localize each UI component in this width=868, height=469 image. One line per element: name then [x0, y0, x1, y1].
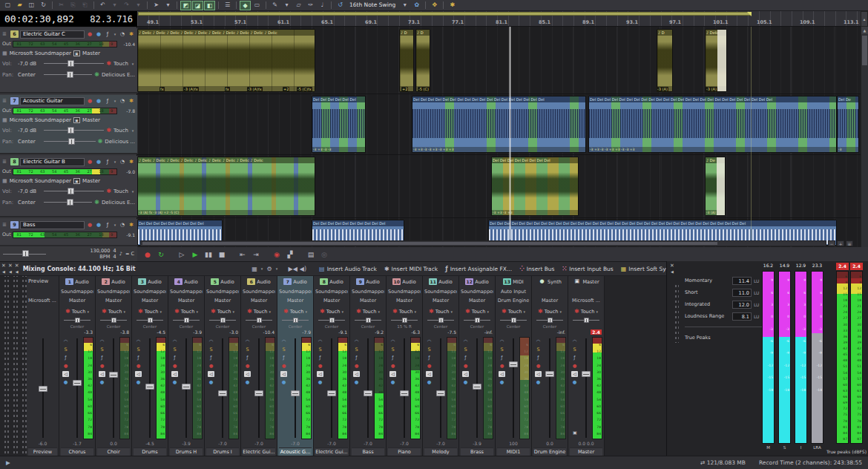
channel-name[interactable]: MIDI1: [497, 447, 530, 456]
separator[interactable]: [177, 1, 177, 9]
automation-mode-label[interactable]: Touch: [545, 309, 559, 315]
wet-dry-icon[interactable]: ◠: [391, 338, 395, 344]
channel-output-label[interactable]: Master: [388, 296, 421, 306]
mute-button[interactable]: ●: [95, 30, 102, 39]
track-name-field[interactable]: Acoustic Guitar: [20, 97, 85, 105]
audio-clip[interactable]: ♪ Delic: [705, 29, 727, 92]
audio-clip[interactable]: Del Del Del Del Del Del Del Del-3 +3 -3 …: [491, 157, 579, 216]
insert-button[interactable]: ƒInsert Assignable FX...: [441, 266, 516, 272]
automation-dropdown-icon[interactable]: ▾: [596, 309, 598, 314]
channel-device-label[interactable]: [570, 287, 602, 296]
pan-slider[interactable]: [497, 317, 530, 324]
pan-slider[interactable]: [461, 317, 493, 324]
channel-output-label[interactable]: Master: [97, 296, 130, 306]
fx-chain-icon[interactable]: ƒ: [355, 355, 357, 361]
fx-chain-icon[interactable]: ƒ: [501, 355, 502, 361]
channel-name[interactable]: Melody: [424, 447, 457, 456]
mixer-channel-strip[interactable]: 4 Audio Soundmapper Master ✱ Touch ▾ Cen…: [168, 276, 205, 456]
automation-mode-label[interactable]: Touch: [114, 188, 128, 194]
solo-icon[interactable]: S: [464, 347, 467, 352]
channel-output-label[interactable]: Master: [206, 296, 239, 306]
solo-icon[interactable]: S: [427, 347, 430, 352]
output-meter-icon[interactable]: ●: [100, 379, 105, 385]
mixer-channel-strip[interactable]: 1 Audio Soundmapper Master ✱ Touch ▾ Cen…: [59, 276, 96, 456]
pan-value[interactable]: Center: [18, 72, 42, 78]
mute-speaker-icon[interactable]: ◁: [389, 371, 396, 377]
wet-dry-icon[interactable]: ◠: [100, 338, 105, 344]
automation-dropdown-icon[interactable]: ▾: [87, 309, 89, 314]
time-signature-top[interactable]: 4: [113, 248, 116, 254]
track-menu-icon[interactable]: ▾: [113, 96, 117, 105]
loop-playback-button[interactable]: ↻: [155, 248, 167, 261]
tool-menu-icon[interactable]: ▾: [162, 1, 174, 10]
grab-tool-icon[interactable]: ✥: [429, 1, 440, 10]
pan-value[interactable]: Center: [18, 139, 42, 145]
channel-output-label[interactable]: Drum Engine: [497, 296, 530, 306]
pan-value[interactable]: Center: [18, 200, 42, 206]
pan-slider[interactable]: [44, 199, 92, 206]
volume-slider[interactable]: [44, 188, 104, 195]
dock-close-button-1[interactable]: ✕◀: [1, 263, 6, 275]
channel-device-label[interactable]: Soundmapper: [97, 287, 130, 296]
output-meter-icon[interactable]: ●: [246, 379, 250, 385]
automation-mode-label[interactable]: Touch: [254, 309, 268, 315]
solo-icon[interactable]: S: [573, 347, 576, 352]
dock-grip-2[interactable]: [12, 276, 18, 456]
channel-name[interactable]: Drums H: [170, 447, 203, 456]
audio-clip[interactable]: Del Del Del Del Del Del Del Del Del Del …: [412, 96, 586, 153]
solo-icon[interactable]: S: [318, 347, 321, 352]
mute-speaker-icon[interactable]: ◁: [171, 371, 178, 377]
solo-icon[interactable]: S: [209, 347, 212, 352]
mixer-channel-strip[interactable]: 3 Audio Soundmapper Master ✱ Touch ▾ Cen…: [132, 276, 168, 456]
mute-speaker-icon[interactable]: ◁: [280, 371, 287, 377]
mute-speaker-icon[interactable]: ◁: [462, 371, 469, 377]
mixer-settings-icon[interactable]: ⚙: [264, 266, 274, 272]
dim-output-icon[interactable]: ◀): [300, 266, 306, 272]
fx-button[interactable]: ƒ: [104, 157, 111, 166]
dock-close-button-3[interactable]: ✕◀: [15, 263, 19, 275]
channel-output-label[interactable]: Master: [315, 296, 348, 306]
pan-slider[interactable]: [61, 317, 93, 324]
channel-name[interactable]: Choir: [97, 447, 130, 456]
separator[interactable]: [147, 1, 148, 9]
automation-dropdown-icon[interactable]: ▾: [414, 309, 416, 314]
track-name-field[interactable]: Electric Guitar B: [20, 158, 85, 166]
track-drag-handle[interactable]: ≣: [2, 30, 9, 39]
mute-speaker-icon[interactable]: ◁: [353, 371, 360, 377]
volume-slider[interactable]: [44, 127, 104, 134]
groove-pool-icon[interactable]: ✿: [411, 1, 422, 10]
track-menu-icon[interactable]: ▾: [113, 157, 117, 166]
separator[interactable]: [266, 1, 266, 9]
channel-output-label[interactable]: Master: [279, 296, 312, 306]
output-bus-label[interactable]: Master: [82, 117, 100, 123]
pan-slider[interactable]: [424, 317, 457, 324]
output-bus-label[interactable]: Master: [82, 178, 100, 184]
plugin-chain-label[interactable]: Delicious ...: [105, 139, 135, 145]
channel-name[interactable]: Drums I: [206, 447, 239, 456]
automation-mode-label[interactable]: Touch: [326, 309, 341, 315]
channel-volume-fader[interactable]: [72, 337, 82, 439]
automation-dropdown-icon[interactable]: ▾: [131, 187, 135, 196]
record-arm-icon[interactable]: ●: [536, 363, 541, 369]
solo-icon[interactable]: S: [282, 347, 285, 352]
fx-button[interactable]: ƒ: [104, 30, 111, 39]
channel-device-label[interactable]: Soundmapper: [424, 287, 457, 296]
audio-clip[interactable]: Del Del Del Del Del Del Del Del Del Del …: [588, 96, 837, 153]
status-play-icon[interactable]: ▶: [6, 459, 10, 466]
track-drag-handle[interactable]: ≣: [2, 157, 9, 167]
channel-volume-fader[interactable]: [363, 337, 373, 439]
channel-device-label[interactable]: Soundmapper: [388, 287, 421, 296]
record-arm-icon[interactable]: ●: [173, 363, 177, 369]
paint-menu-icon[interactable]: ▾: [281, 1, 292, 10]
pan-slider[interactable]: [44, 71, 92, 79]
solo-icon[interactable]: S: [64, 347, 67, 352]
undo-menu-icon[interactable]: ▾: [109, 1, 120, 10]
loop-end-marker[interactable]: [747, 12, 752, 16]
play-button[interactable]: ▶: [189, 248, 201, 261]
record-arm-button[interactable]: ●: [86, 96, 93, 105]
metronome-button[interactable]: ▞: [284, 248, 296, 261]
mute-speaker-icon[interactable]: ◁: [317, 371, 323, 377]
wet-dry-icon[interactable]: ◠: [64, 338, 68, 344]
split-tool-icon[interactable]: ✑: [305, 1, 316, 10]
preview-channel-name[interactable]: Preview: [28, 447, 57, 456]
